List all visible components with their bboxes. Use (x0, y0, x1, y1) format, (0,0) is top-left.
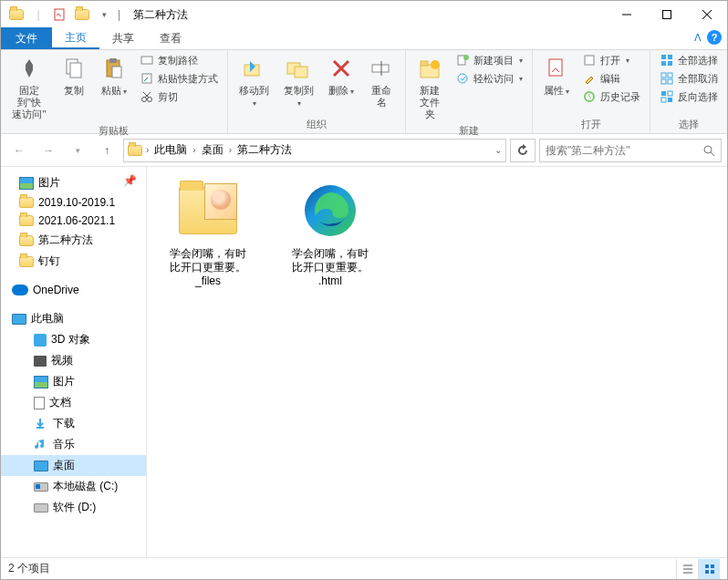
tree-3d-objects[interactable]: 3D 对象 (1, 329, 146, 350)
crumb-this-pc[interactable]: 此电脑 (152, 140, 189, 160)
tab-home[interactable]: 主页 (52, 27, 99, 49)
file-item-folder[interactable]: 学会闭嘴，有时比开口更重要。_files (158, 178, 258, 288)
tree-folder-2021[interactable]: 2021.06-2021.1 (1, 212, 146, 230)
up-button[interactable]: ↑ (94, 138, 120, 163)
collapse-ribbon-icon[interactable]: ᐱ (694, 32, 702, 44)
svg-rect-29 (668, 55, 672, 59)
svg-rect-26 (585, 56, 594, 65)
window-title: 第二种方法 (133, 7, 188, 23)
tab-view[interactable]: 查看 (147, 27, 194, 49)
invert-selection-button[interactable]: 反向选择 (656, 88, 722, 105)
svg-rect-28 (661, 55, 666, 59)
qat-folder-icon[interactable] (72, 5, 92, 25)
rename-button[interactable]: 重命名 (363, 52, 400, 110)
svg-rect-38 (661, 98, 666, 102)
tree-onedrive[interactable]: OneDrive (1, 281, 146, 299)
crumb-desktop[interactable]: 桌面 (200, 140, 225, 160)
svg-rect-33 (668, 73, 672, 78)
navigation-pane[interactable]: 📌 图片 2019.10-2019.1 2021.06-2021.1 第二种方法… (1, 167, 147, 557)
chevron-right-icon[interactable]: › (229, 145, 232, 155)
qat-dropdown-icon[interactable]: ▾ (94, 5, 114, 25)
new-folder-button[interactable]: 新建文件夹 (411, 52, 448, 122)
address-bar[interactable]: › 此电脑 › 桌面 › 第二种方法 ⌄ (123, 139, 506, 162)
open-button[interactable]: 打开▾ (578, 52, 644, 68)
tree-videos[interactable]: 视频 (1, 350, 146, 371)
pin-to-quick-access-button[interactable]: 固定到"快速访问" (6, 52, 52, 122)
minimize-button[interactable] (607, 1, 647, 28)
select-none-button[interactable]: 全部取消 (656, 70, 722, 87)
svg-rect-34 (661, 79, 666, 84)
tree-disk-c[interactable]: 本地磁盘 (C:) (1, 476, 146, 497)
file-list[interactable]: 学会闭嘴，有时比开口更重要。_files 学会闭嘴，有时比开口更重要。.html (147, 167, 727, 557)
search-box[interactable] (539, 139, 722, 162)
search-icon[interactable] (702, 144, 715, 157)
edit-button[interactable]: 编辑 (578, 70, 644, 87)
chevron-right-icon[interactable]: › (192, 145, 195, 155)
easy-access-button[interactable]: 轻松访问▾ (452, 70, 526, 87)
open-group-label: 打开 (538, 116, 644, 133)
chevron-right-icon[interactable]: › (146, 145, 149, 155)
details-view-button[interactable] (676, 559, 698, 579)
svg-rect-9 (112, 67, 121, 78)
address-dropdown-icon[interactable]: ⌄ (494, 145, 502, 155)
maximize-button[interactable] (647, 1, 687, 28)
status-item-count: 2 个项目 (8, 561, 50, 576)
paste-button[interactable]: 粘贴▾ (96, 52, 132, 99)
organize-group-label: 组织 (234, 116, 400, 133)
new-group-label: 新建 (411, 122, 526, 140)
copy-button[interactable]: 复制 (56, 52, 92, 98)
search-input[interactable] (546, 144, 697, 157)
history-button[interactable]: 历史记录 (578, 88, 644, 105)
svg-point-24 (458, 74, 467, 83)
tab-share[interactable]: 共享 (99, 27, 147, 49)
crumb-current[interactable]: 第二种方法 (235, 140, 294, 160)
delete-button[interactable]: 删除▾ (323, 52, 359, 99)
svg-rect-10 (141, 57, 152, 64)
recent-dropdown-icon[interactable]: ▾ (65, 138, 90, 163)
icons-view-button[interactable] (698, 559, 720, 579)
svg-point-21 (431, 60, 440, 69)
paste-shortcut-button[interactable]: 粘贴快捷方式 (136, 70, 222, 87)
svg-rect-17 (372, 65, 389, 72)
back-button[interactable]: ← (6, 138, 32, 163)
refresh-button[interactable] (510, 139, 536, 162)
new-item-button[interactable]: 新建项目▾ (452, 52, 526, 68)
address-folder-icon (128, 145, 142, 156)
cut-button[interactable]: 剪切 (136, 88, 222, 105)
tree-pictures2[interactable]: 图片 (1, 371, 146, 392)
tree-folder-2019[interactable]: 2019.10-2019.1 (1, 193, 146, 212)
properties-button[interactable]: 属性▾ (538, 52, 575, 99)
select-all-button[interactable]: 全部选择 (656, 52, 722, 68)
tree-dingding[interactable]: 钉钉 (1, 251, 146, 272)
forward-button[interactable]: → (36, 138, 61, 163)
tree-disk-d[interactable]: 软件 (D:) (1, 497, 146, 518)
folder-thumbnail (204, 183, 237, 220)
svg-point-13 (147, 98, 151, 102)
move-to-button[interactable]: 移动到▾ (234, 52, 275, 111)
tree-desktop[interactable]: 桌面 (1, 455, 146, 476)
svg-rect-49 (705, 570, 709, 574)
pin-icon[interactable]: 📌 (123, 174, 137, 187)
close-button[interactable] (687, 1, 727, 28)
svg-rect-35 (668, 79, 672, 84)
tree-documents[interactable]: 文档 (1, 392, 146, 413)
svg-rect-8 (109, 58, 117, 63)
qat-separator: | (28, 5, 48, 25)
file-tab[interactable]: 文件 (1, 27, 52, 49)
help-icon[interactable]: ? (707, 30, 722, 45)
tree-music[interactable]: 音乐 (1, 434, 146, 455)
svg-rect-6 (70, 63, 81, 78)
properties-qat-icon[interactable] (50, 5, 70, 25)
svg-rect-32 (661, 73, 666, 78)
title-separator: | (118, 8, 120, 21)
svg-line-41 (711, 152, 714, 156)
copy-to-button[interactable]: 复制到▾ (278, 52, 319, 111)
folder-icon (6, 5, 26, 25)
tree-current-folder[interactable]: 第二种方法 (1, 230, 146, 251)
svg-rect-48 (711, 564, 714, 568)
tree-downloads[interactable]: 下载 (1, 413, 146, 434)
copy-path-button[interactable]: 复制路径 (136, 52, 222, 68)
file-item-html[interactable]: 学会闭嘴，有时比开口更重要。.html (280, 178, 380, 288)
svg-rect-20 (421, 61, 428, 66)
tree-this-pc[interactable]: 此电脑 (1, 308, 146, 329)
